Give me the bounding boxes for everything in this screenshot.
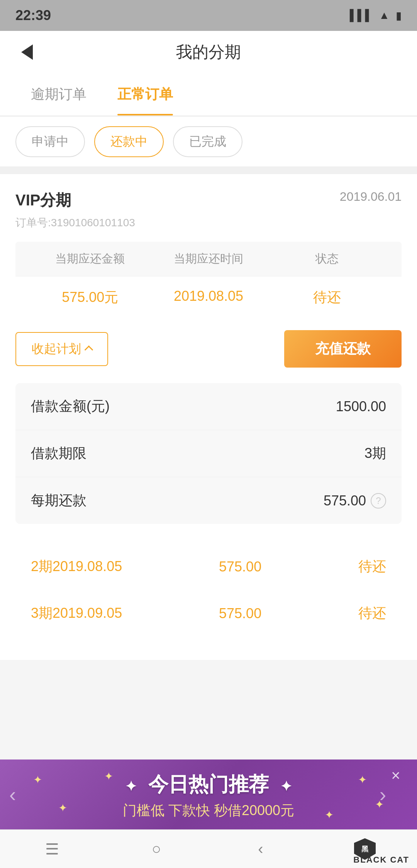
nav-home[interactable]: ○ <box>141 837 172 861</box>
col-amount: 当期应还金额 <box>31 251 149 267</box>
nav-back-icon: ‹ <box>258 840 263 858</box>
tab-normal[interactable]: 正常订单 <box>102 73 188 115</box>
subtab-applying[interactable]: 申请中 <box>15 126 85 157</box>
banner-arrow-right[interactable]: › <box>380 783 386 806</box>
header: 我的分期 <box>0 31 417 73</box>
detail-label-monthly: 每期还款 <box>31 491 86 510</box>
blackcat-brand: BLACK CAT <box>353 855 409 865</box>
divider <box>0 166 417 174</box>
installment-row-3: 3期2019.09.05 575.00 待还 <box>15 590 402 637</box>
table-header: 当期应还金额 当期应还时间 状态 <box>15 242 402 276</box>
order-title: VIP分期 <box>15 190 71 211</box>
sub-tabs: 申请中 还款中 已完成 <box>0 117 417 166</box>
detail-value-term: 3期 <box>364 444 386 463</box>
cell-status: 待还 <box>268 288 386 307</box>
detail-row-amount: 借款金额(元) 1500.00 <box>15 383 402 430</box>
col-date: 当期应还时间 <box>149 251 268 267</box>
signal-icon: ▌▌▌ <box>350 9 373 22</box>
cell-amount: 575.00元 <box>31 288 149 307</box>
help-icon[interactable]: ? <box>371 493 386 509</box>
col-status: 状态 <box>268 251 386 267</box>
table-row: 575.00元 2019.08.05 待还 <box>15 276 402 319</box>
tab-overdue[interactable]: 逾期订单 <box>15 73 102 115</box>
subtab-repaying[interactable]: 还款中 <box>94 126 164 157</box>
collapse-button[interactable]: 收起计划 <box>15 332 108 366</box>
installment-row-2: 2期2019.08.05 575.00 待还 <box>15 543 402 590</box>
status-time: 22:39 <box>15 7 51 24</box>
order-header: VIP分期 2019.06.01 <box>15 190 402 211</box>
wifi-icon: ▲ <box>379 9 390 22</box>
installment-status-2: 待还 <box>358 557 386 576</box>
installment-period-2: 2期2019.08.05 <box>31 557 122 576</box>
installment-period-3: 3期2019.09.05 <box>31 604 122 623</box>
menu-icon: ☰ <box>45 840 59 858</box>
status-icons: ▌▌▌ ▲ ▮ <box>350 9 402 22</box>
main-tabs: 逾期订单 正常订单 <box>0 73 417 116</box>
promo-banner: ✦ ✦ ✦ ✦ ✦ ✦ × ✦ 今日热门推荐 ✦ 门槛低 下款快 秒借20000… <box>0 760 417 829</box>
installment-amount-2: 575.00 <box>219 559 261 575</box>
nav-menu[interactable]: ☰ <box>37 837 68 861</box>
installment-amount-3: 575.00 <box>219 605 261 622</box>
detail-row-term: 借款期限 3期 <box>15 430 402 477</box>
nav-back[interactable]: ‹ <box>245 837 276 861</box>
detail-value-monthly: 575.00 ? <box>324 493 386 509</box>
banner-arrow-left[interactable]: ‹ <box>9 783 16 806</box>
cell-date: 2019.08.05 <box>149 288 268 307</box>
back-icon <box>21 44 33 60</box>
order-date: 2019.06.01 <box>340 190 402 204</box>
chevron-up-icon <box>85 345 93 354</box>
banner-close-button[interactable]: × <box>386 766 405 785</box>
installment-status-3: 待还 <box>358 604 386 623</box>
recharge-button[interactable]: 充值还款 <box>284 330 402 368</box>
sparkle-left: ✦ <box>125 778 137 794</box>
loan-detail-section: 借款金额(元) 1500.00 借款期限 3期 每期还款 575.00 ? <box>15 383 402 524</box>
banner-title: ✦ 今日热门推荐 ✦ <box>15 771 402 798</box>
detail-label-term: 借款期限 <box>31 444 86 463</box>
home-icon: ○ <box>152 840 161 858</box>
battery-icon: ▮ <box>396 9 402 22</box>
detail-label-amount: 借款金额(元) <box>31 397 110 416</box>
action-row: 收起计划 充值还款 <box>15 319 402 371</box>
detail-row-monthly: 每期还款 575.00 ? <box>15 477 402 524</box>
back-button[interactable] <box>15 41 39 64</box>
subtab-completed[interactable]: 已完成 <box>173 126 242 157</box>
banner-subtitle: 门槛低 下款快 秒借20000元 <box>15 801 402 820</box>
order-number: 订单号:31901060101103 <box>15 215 402 230</box>
status-bar: 22:39 ▌▌▌ ▲ ▮ <box>0 0 417 31</box>
svg-text:黑: 黑 <box>361 845 369 853</box>
installment-rows: 2期2019.08.05 575.00 待还 3期2019.09.05 575.… <box>15 536 402 644</box>
order-card: VIP分期 2019.06.01 订单号:31901060101103 当期应还… <box>0 174 417 660</box>
sparkle-right: ✦ <box>280 778 292 794</box>
page-title: 我的分期 <box>176 41 241 63</box>
detail-value-amount: 1500.00 <box>336 398 386 415</box>
